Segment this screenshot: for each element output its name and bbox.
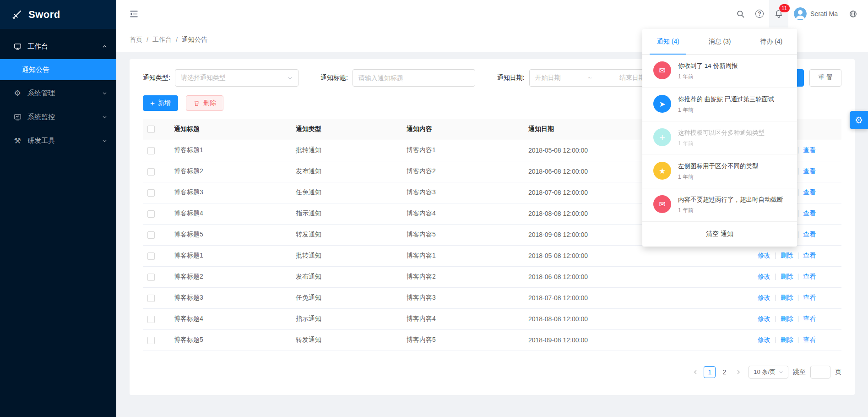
edit-link[interactable]: 修改 (758, 252, 770, 259)
action-separator: | (775, 252, 776, 259)
gear-icon: ⚙ (855, 115, 863, 126)
edit-link[interactable]: 修改 (758, 273, 770, 280)
monitor-chart-icon (13, 113, 22, 121)
cell-notice-title: 博客标题2 (169, 266, 291, 287)
tab-notifications[interactable]: 通知 (4) (642, 29, 694, 54)
add-button[interactable]: + 新增 (143, 95, 178, 111)
cell-notice-content: 博客内容5 (402, 329, 524, 351)
view-link[interactable]: 查看 (803, 188, 816, 196)
breadcrumb-workbench[interactable]: 工作台 (152, 36, 172, 44)
notification-item[interactable]: + 这种模板可以区分多种通知类型 1 年前 (642, 121, 797, 155)
clear-notifications-button[interactable]: 清空 通知 (642, 222, 797, 247)
title-filter-input[interactable] (353, 69, 475, 87)
help-icon[interactable]: ? (750, 0, 769, 27)
cell-notice-title: 博客标题5 (169, 329, 291, 351)
select-placeholder: 请选择通知类型 (181, 74, 226, 82)
delete-link[interactable]: 删除 (781, 294, 793, 301)
next-page-icon[interactable] (733, 366, 744, 379)
edit-link[interactable]: 修改 (758, 294, 770, 301)
prev-page-icon[interactable] (690, 366, 701, 379)
notifications-button[interactable]: 11 (769, 0, 788, 27)
delete-link[interactable]: 删除 (781, 252, 793, 259)
action-separator: | (797, 167, 799, 175)
search-icon[interactable] (731, 0, 750, 27)
row-checkbox[interactable] (147, 231, 155, 239)
view-link[interactable]: 查看 (803, 273, 816, 280)
language-globe-icon[interactable] (843, 0, 863, 27)
view-link[interactable]: 查看 (803, 252, 816, 259)
type-filter-select[interactable]: 请选择通知类型 (175, 69, 298, 87)
action-separator: | (797, 209, 799, 217)
cell-notice-title: 博客标题1 (169, 245, 291, 266)
delete-link[interactable]: 删除 (781, 273, 793, 280)
date-range-picker[interactable]: 开始日期 ~ 结束日期 (529, 69, 651, 87)
delete-button[interactable]: 删除 (186, 95, 223, 111)
title-filter-label: 通知标题: (320, 74, 348, 82)
sidebar-item-system-mgmt[interactable]: ⚙ 系统管理 (0, 82, 116, 104)
cell-notice-content: 博客内容1 (402, 140, 524, 161)
row-checkbox[interactable] (147, 295, 155, 302)
cell-notice-type: 任免通知 (291, 182, 402, 203)
view-link[interactable]: 查看 (803, 336, 816, 343)
page-size-select[interactable]: 10 条/页 (749, 366, 788, 379)
edit-link[interactable]: 修改 (758, 336, 770, 343)
row-checkbox[interactable] (147, 252, 155, 260)
sidebar-item-system-monitor[interactable]: 系统监控 (0, 106, 116, 128)
action-separator: | (797, 315, 799, 322)
edit-link[interactable]: 修改 (758, 315, 770, 322)
view-link[interactable]: 查看 (803, 167, 816, 175)
notification-item[interactable]: ★ 左侧图标用于区分不同的类型 1 年前 (642, 155, 797, 188)
header-actions: ? 11 Serati Ma (731, 0, 863, 27)
column-header-title: 通知标题 (169, 119, 291, 140)
view-link[interactable]: 查看 (803, 315, 816, 322)
user-name: Serati Ma (810, 10, 838, 17)
select-all-checkbox[interactable] (147, 126, 155, 133)
row-checkbox[interactable] (147, 316, 155, 323)
cell-notice-title: 博客标题2 (169, 161, 291, 182)
cell-notice-date: 2018-07-08 12:00:00 (524, 287, 749, 308)
column-header-content: 通知内容 (402, 119, 524, 140)
row-checkbox[interactable] (147, 168, 155, 176)
row-checkbox[interactable] (147, 210, 155, 218)
delete-link[interactable]: 删除 (781, 336, 793, 343)
jump-unit: 页 (835, 368, 841, 376)
tab-todos[interactable]: 待办 (4) (745, 29, 797, 54)
row-checkbox[interactable] (147, 274, 155, 281)
sidebar-item-dev-tools[interactable]: ⚒ 研发工具 (0, 130, 116, 152)
row-checkbox[interactable] (147, 337, 155, 344)
cell-notice-type: 指示通知 (291, 203, 402, 224)
page-number-1[interactable]: 1 (704, 366, 716, 378)
cell-notice-content: 博客内容4 (402, 308, 524, 329)
view-link[interactable]: 查看 (803, 146, 816, 154)
delete-link[interactable]: 删除 (781, 315, 793, 322)
breadcrumb-home[interactable]: 首页 (130, 36, 142, 44)
cell-notice-date: 2018-06-08 12:00:00 (524, 266, 749, 287)
reset-button[interactable]: 重 置 (809, 69, 841, 87)
theme-settings-button[interactable]: ⚙ (850, 111, 868, 129)
user-menu[interactable]: Serati Ma (788, 0, 843, 27)
jump-page-input[interactable] (810, 366, 830, 379)
notification-item[interactable]: ✉ 内容不要超过两行字，超出时自动截断 1 年前 (642, 188, 797, 222)
notification-item[interactable]: ➤ 你推荐的 曲妮妮 已通过第三轮面试 1 年前 (642, 88, 797, 121)
action-separator: | (797, 146, 799, 154)
cell-notice-type: 任免通知 (291, 287, 402, 308)
delete-button-label: 删除 (203, 99, 216, 107)
view-link[interactable]: 查看 (803, 209, 816, 217)
sidebar-item-notice[interactable]: 通知公告 (0, 59, 116, 80)
notification-item[interactable]: ✉ 你收到了 14 份新周报 1 年前 (642, 55, 797, 88)
menu-fold-icon[interactable] (129, 9, 139, 19)
tab-messages[interactable]: 消息 (3) (694, 29, 746, 54)
row-checkbox[interactable] (147, 189, 155, 197)
notification-item-icon: + (653, 128, 671, 146)
sidebar-item-workbench[interactable]: 工作台 (0, 35, 116, 57)
notification-time: 1 年前 (678, 140, 765, 148)
view-link[interactable]: 查看 (803, 230, 816, 238)
page-number-2[interactable]: 2 (718, 366, 730, 378)
notification-dropdown: 通知 (4) 消息 (3) 待办 (4) ✉ 你收到了 14 份新周报 1 年前… (642, 29, 797, 247)
table-row: 博客标题4 指示通知 博客内容4 2018-08-08 12:00:00 修改|… (143, 308, 841, 329)
cell-notice-content: 博客内容1 (402, 245, 524, 266)
row-checkbox[interactable] (147, 147, 155, 154)
notification-title: 你收到了 14 份新周报 (678, 61, 738, 71)
sidebar-item-label: 工作台 (27, 42, 48, 51)
view-link[interactable]: 查看 (803, 294, 816, 301)
